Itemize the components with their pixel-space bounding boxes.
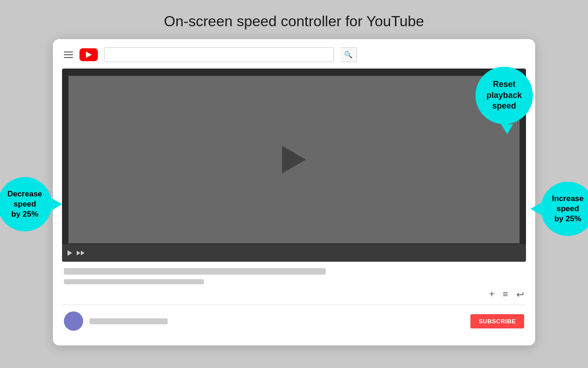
hamburger-menu[interactable] [64, 52, 73, 58]
page-title: On-screen speed controller for YouTube [0, 0, 588, 39]
fast-forward-button[interactable] [77, 251, 85, 255]
reset-speed-label: Resetplaybackspeed [486, 79, 522, 111]
play-icon [282, 146, 306, 173]
subscribe-button[interactable]: SUBSCRIBE [470, 314, 524, 328]
channel-name-placeholder [90, 318, 168, 324]
video-title-placeholder [64, 268, 326, 275]
add-to-list-icon[interactable]: + [489, 289, 495, 300]
video-actions: + ≡ ↩ [62, 289, 526, 300]
video-info [62, 268, 526, 284]
video-player[interactable] [62, 69, 526, 262]
share-icon[interactable]: ↩ [516, 289, 524, 300]
browser-mockup: 🔍 + ≡ ↩ SUBSCRIBE [53, 39, 535, 345]
video-content [68, 76, 520, 243]
play-button[interactable] [68, 250, 72, 256]
channel-row: SUBSCRIBE [62, 310, 526, 333]
increase-speed-label: Increase speed by 25% [552, 194, 584, 224]
reset-speed-bubble: Resetplaybackspeed [475, 67, 533, 124]
divider [62, 305, 526, 305]
queue-icon[interactable]: ≡ [503, 289, 508, 300]
decrease-speed-label: Decrease speed by 25% [7, 189, 42, 219]
search-button[interactable]: 🔍 [340, 47, 357, 62]
channel-avatar[interactable] [64, 311, 83, 331]
youtube-header: 🔍 [62, 47, 526, 62]
youtube-logo[interactable] [79, 48, 98, 61]
decrease-speed-callout: Decrease speed by 25% [0, 177, 52, 231]
video-subtitle-placeholder [64, 279, 204, 284]
reset-speed-callout: Resetplaybackspeed [475, 67, 533, 124]
search-input[interactable] [104, 47, 334, 62]
video-controls [62, 244, 526, 262]
increase-speed-callout: Increase speed by 25% [541, 182, 588, 236]
